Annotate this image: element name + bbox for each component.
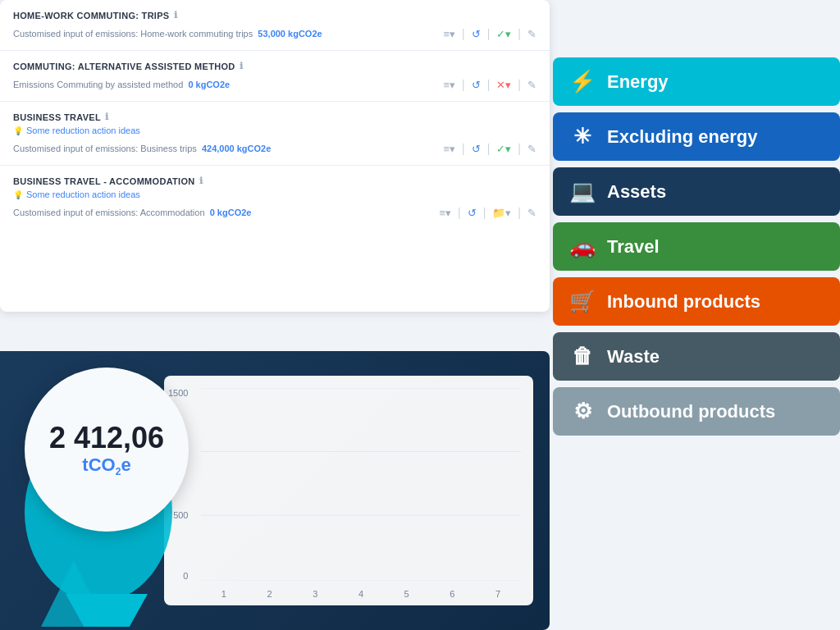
x-label-4: 4: [358, 589, 363, 599]
circle-value: 2 412,06: [49, 422, 164, 454]
bars-container: [201, 388, 521, 581]
menu-icon-1[interactable]: ≡▾: [443, 28, 455, 40]
category-waste[interactable]: 🗑 Waste: [553, 332, 840, 381]
x-label-5: 5: [404, 589, 409, 599]
travel-label: Travel: [607, 236, 660, 258]
menu-icon-2[interactable]: ≡▾: [443, 79, 455, 91]
edit-icon-2[interactable]: ✎: [527, 79, 536, 91]
card-commuting-alt-title: COMMUTING: ALTERNATIVE ASSISTED METHOD ℹ: [13, 61, 536, 71]
card-title-text: HOME-WORK COMMUTING: TRIPS: [13, 11, 170, 21]
excl-energy-label: Excluding energy: [607, 126, 757, 148]
x-label-7: 7: [495, 589, 500, 599]
card-business-travel-title: BUSINESS TRAVEL ℹ: [13, 112, 536, 122]
info-icon-2[interactable]: ℹ: [240, 61, 243, 71]
x-axis-labels: 1 2 3 4 5 6 7: [201, 589, 521, 599]
chart-inner: 1500 1000 500 0: [201, 388, 521, 581]
card-business-travel: BUSINESS TRAVEL ℹ Some reduction action …: [0, 102, 550, 166]
energy-label: Energy: [607, 71, 669, 93]
outbound-label: Outbound products: [607, 401, 775, 422]
waste-label: Waste: [607, 346, 660, 368]
travel-icon: 🚗: [569, 234, 596, 259]
check-icon-3[interactable]: ✓▾: [496, 143, 511, 155]
category-assets[interactable]: 💻 Assets: [553, 167, 840, 216]
outbound-icon: ⚙: [569, 399, 596, 424]
refresh-icon-4[interactable]: ↺: [468, 207, 477, 219]
edit-icon-4[interactable]: ✎: [527, 207, 536, 219]
bar-chart: 1500 1000 500 0: [164, 376, 533, 605]
menu-icon-4[interactable]: ≡▾: [439, 207, 451, 219]
card-home-work-value: 53,000 kgCO2e: [258, 29, 322, 39]
edit-icon-3[interactable]: ✎: [527, 143, 536, 155]
assets-icon: 💻: [569, 179, 596, 204]
waste-icon: 🗑: [569, 344, 596, 369]
reduction-link-3[interactable]: Some reduction action ideas: [13, 126, 536, 135]
refresh-icon-1[interactable]: ↺: [472, 28, 481, 40]
value-circle: 2 412,06 tCO2e: [25, 368, 189, 532]
card-business-travel-subtitle: Customised input of emissions: Business …: [13, 144, 271, 153]
card-commuting-alt-value: 0 kgCO2e: [188, 80, 230, 89]
category-outbound[interactable]: ⚙ Outbound products: [553, 387, 840, 436]
cross-icon-2[interactable]: ✕▾: [496, 79, 511, 91]
category-excl-energy[interactable]: ✳ Excluding energy: [553, 112, 840, 161]
reduction-link-4[interactable]: Some reduction action ideas: [13, 189, 536, 199]
menu-icon-3[interactable]: ≡▾: [443, 143, 455, 155]
card-business-accom-value: 0 kgCO2e: [210, 208, 252, 217]
x-label-6: 6: [450, 589, 454, 599]
card-business-accom-title: BUSINESS TRAVEL - ACCOMMODATION ℹ: [13, 176, 536, 186]
info-icon-3[interactable]: ℹ: [105, 112, 108, 122]
x-label-2: 2: [267, 589, 272, 599]
refresh-icon-2[interactable]: ↺: [472, 79, 481, 91]
card-commuting-alt: COMMUTING: ALTERNATIVE ASSISTED METHOD ℹ…: [0, 51, 550, 102]
card-business-travel-value: 424,000 kgCO2e: [202, 144, 271, 153]
x-label-3: 3: [313, 589, 317, 599]
inbound-icon: 🛒: [569, 289, 596, 314]
folder-icon-4[interactable]: 📁▾: [492, 207, 511, 219]
x-label-1: 1: [221, 589, 226, 599]
bottom-left-section: 2 412,06 tCO2e 1500 1000 500 0: [0, 312, 550, 630]
info-icon-1[interactable]: ℹ: [174, 10, 177, 21]
card-home-work: HOME-WORK COMMUTING: TRIPS ℹ Customised …: [0, 0, 550, 51]
refresh-icon-3[interactable]: ↺: [472, 143, 481, 155]
category-panel: ⚡ Energy ✳ Excluding energy 💻 Assets 🚗 T…: [553, 57, 840, 436]
assets-label: Assets: [607, 181, 666, 203]
card-business-accom-subtitle: Customised input of emissions: Accommoda…: [13, 208, 251, 217]
emission-cards-panel: HOME-WORK COMMUTING: TRIPS ℹ Customised …: [0, 0, 550, 312]
category-travel[interactable]: 🚗 Travel: [553, 222, 840, 271]
inbound-label: Inbound products: [607, 291, 760, 313]
edit-icon-1[interactable]: ✎: [527, 28, 536, 40]
category-energy[interactable]: ⚡ Energy: [553, 57, 840, 106]
info-icon-4[interactable]: ℹ: [199, 176, 203, 186]
excl-energy-icon: ✳: [569, 124, 596, 149]
check-icon-1[interactable]: ✓▾: [496, 28, 511, 40]
card-business-accom: BUSINESS TRAVEL - ACCOMMODATION ℹ Some r…: [0, 166, 550, 229]
energy-icon: ⚡: [569, 69, 596, 94]
card-commuting-alt-subtitle: Emissions Commuting by assisted method 0…: [13, 80, 230, 89]
svg-marker-1: [66, 594, 148, 627]
circle-unit: tCO2e: [82, 454, 130, 477]
category-inbound[interactable]: 🛒 Inbound products: [553, 277, 840, 326]
card-home-work-subtitle: Customised input of emissions: Home-work…: [13, 29, 322, 39]
card-home-work-title: HOME-WORK COMMUTING: TRIPS ℹ: [13, 10, 536, 21]
